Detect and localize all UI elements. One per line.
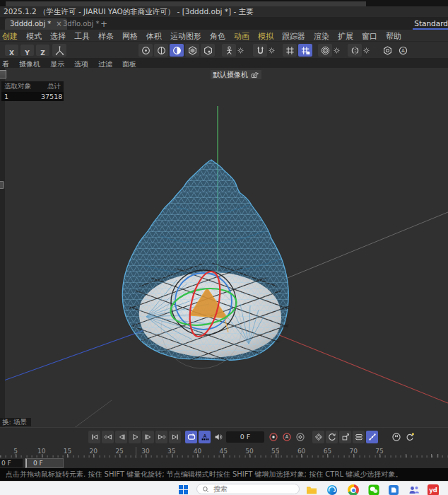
go-to-start-button[interactable] [88,431,100,443]
next-key-button[interactable] [155,431,167,443]
search-icon [202,486,209,493]
previous-key-button[interactable] [102,431,114,443]
lock-y-button[interactable]: Y [20,45,34,56]
character-tool-button[interactable] [222,44,236,57]
lock-z-button[interactable]: Z [36,45,49,56]
camera-label-text: 默认摄像机 [213,70,248,79]
playhead-handle[interactable]: 0 F [25,458,64,468]
key-parameter-button[interactable] [353,431,365,443]
axis-system-button[interactable] [52,44,66,57]
windows-taskbar: yd [0,481,448,495]
edge-browser-icon[interactable] [326,484,338,495]
camera-label[interactable]: 默认摄像机 [211,70,261,79]
falloff-button[interactable] [318,44,332,57]
ruler-label-10: 10 [37,448,45,455]
hud-header-selected: 选取对象 [4,82,35,91]
ruler-label-30: 30 [141,448,149,455]
panel-handle-icon[interactable] [0,181,4,189]
key-pla-button[interactable] [366,431,378,443]
panel-menu-icon[interactable] [0,70,6,78]
loop-playback-button[interactable] [185,431,197,443]
record-options-button[interactable] [390,431,402,443]
solo-mode-button[interactable] [380,44,394,57]
search-input[interactable] [212,484,285,494]
left-panel-edge [0,68,5,427]
ruler-label-50: 50 [245,448,253,455]
blue-app-icon[interactable] [388,484,399,495]
ruler-label-45: 45 [220,448,228,455]
layout-selector[interactable]: Standard [414,18,448,28]
grid-button[interactable] [283,44,297,57]
windows-start-button[interactable] [179,485,188,494]
snap-button[interactable] [253,44,267,57]
ruler-label-75: 75 [375,448,383,455]
ruler-label-25: 25 [115,448,123,455]
youdao-icon[interactable]: yd [428,484,439,495]
play-mode-button[interactable] [199,431,211,443]
sound-button[interactable] [212,431,224,443]
hud-value-row: 137518 [1,92,64,101]
symmetry-button[interactable] [348,44,362,57]
document-tab-bar: 3dddd.obj *× 3dflo.obj * + Standard [0,17,448,30]
ruler-label-40: 40 [194,448,201,455]
ruler-minor-ticks [0,455,448,458]
timeline-ruler[interactable]: 51015202530354045505560657075 [0,447,448,458]
model-mode-button[interactable] [185,44,199,57]
hud-header-total: 总计 [41,82,61,91]
record-keyframe-button[interactable] [267,431,279,443]
mesh-object[interactable] [106,160,311,390]
play-button[interactable] [129,431,141,443]
new-tab-button[interactable]: + [100,18,107,30]
wechat-icon[interactable] [368,484,379,495]
viewport-canvas[interactable] [0,68,448,427]
window-title: 2025.1.2 （学生许可 - JIARUI YAO的非商业许可） - [3d… [4,7,254,16]
key-scale-button[interactable] [339,431,351,443]
tab-document-2[interactable]: 3dflo.obj * [58,18,105,30]
key-position-button[interactable] [312,431,324,443]
polygons-mode-button[interactable] [170,44,184,57]
key-rotation-button[interactable] [326,431,338,443]
tab-label: 3dflo.obj * [63,20,100,28]
hud-value-total: 37518 [41,93,61,100]
keying-settings-button[interactable] [294,431,306,443]
ruler-label-35: 35 [167,448,175,455]
status-text: 点击并拖动鼠标旋转元素. 按住 SHIFT 键量化旋转; 节点编辑模式时按住 S… [6,470,402,478]
viewport-menu-bar: 看摄像机显示选项过滤面板 [0,58,448,68]
chrome-browser-icon[interactable] [348,484,359,495]
selection-hud: 选取对象总计137518 [1,81,64,101]
auto-mode-button[interactable] [396,44,410,57]
previous-frame-button[interactable] [115,431,127,443]
hud-header-row: 选取对象总计 [1,81,64,92]
edges-mode-button[interactable] [154,44,168,57]
file-explorer-icon[interactable] [306,484,317,495]
take-label: 换: 场景 [0,418,31,426]
menu-bar: 创建模式选择工具样条网格体积运动图形角色动画模拟跟踪器渲染扩展窗口帮助 [0,30,448,41]
snap-settings-gear-icon[interactable] [267,44,276,57]
hud-value-selected: 1 [4,93,35,100]
timeline-powerslider[interactable]: 0 F 0 F [0,458,448,468]
go-to-end-button[interactable] [169,431,181,443]
object-mode-button[interactable] [201,44,215,57]
character-tool-settings-gear-icon[interactable] [236,44,245,57]
faint-guide-line [284,212,448,279]
falloff-settings-gear-icon[interactable] [332,44,341,57]
next-frame-button[interactable] [142,431,154,443]
desktop: 2025.1.2 （学生许可 - JIARUI YAO的非商业许可） - [3d… [0,0,448,495]
preview-range-marker-left[interactable] [136,447,136,458]
symmetry-settings-gear-icon[interactable] [362,44,371,57]
teams-people-icon[interactable] [408,484,420,495]
playback-options-button[interactable] [403,431,415,443]
screen-top-edge [0,0,448,6]
window-title-bar[interactable]: 2025.1.2 （学生许可 - JIARUI YAO的非商业许可） - [3d… [0,6,448,17]
ruler-label-5: 5 [13,448,18,455]
lock-x-button[interactable]: X [5,45,18,56]
taskbar-search-box[interactable] [196,484,300,494]
autokey-button[interactable] [281,431,293,443]
ruler-label-15: 15 [64,448,71,455]
quantize-button[interactable] [298,44,312,57]
range-start-field[interactable]: 0 F [0,459,23,467]
viewport[interactable]: 默认摄像机 选取对象总计137518 换: 场景 [0,68,448,427]
points-mode-button[interactable] [138,44,153,57]
animation-transport-bar: 0 F [0,427,448,447]
current-frame-field[interactable]: 0 F [226,431,264,443]
